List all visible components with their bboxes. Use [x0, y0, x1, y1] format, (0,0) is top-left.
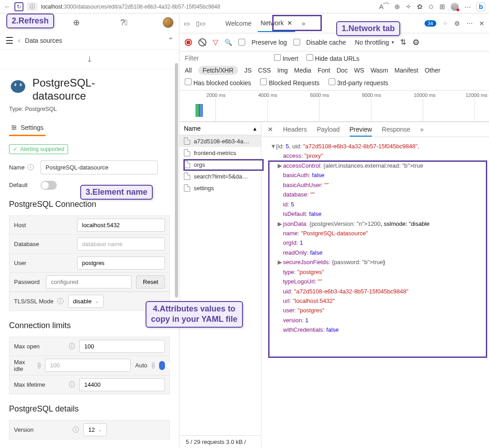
- tab-settings[interactable]: Settings: [9, 120, 46, 136]
- type-filter-media[interactable]: Media: [294, 67, 311, 74]
- version-select[interactable]: 12⌄: [83, 423, 107, 436]
- info-icon[interactable]: i: [69, 343, 75, 349]
- more-icon[interactable]: ⋯: [464, 3, 471, 11]
- info-icon[interactable]: i: [69, 381, 75, 388]
- chevron-up-icon[interactable]: ⌃: [168, 36, 174, 45]
- auto-toggle[interactable]: [159, 361, 165, 370]
- filter-input[interactable]: [185, 55, 266, 62]
- breadcrumb-link[interactable]: Data sources: [25, 37, 62, 44]
- host-input[interactable]: [77, 219, 165, 232]
- tab-response[interactable]: Response: [382, 126, 410, 133]
- database-input[interactable]: [77, 238, 165, 251]
- menu-icon[interactable]: ☰: [5, 35, 14, 46]
- type-filter-other[interactable]: Other: [425, 67, 440, 74]
- reset-button[interactable]: Reset: [136, 275, 165, 288]
- text-size-icon[interactable]: A⁀: [379, 3, 389, 11]
- more-icon[interactable]: ⋯: [466, 20, 473, 27]
- close-devtools-icon[interactable]: ✕: [479, 20, 484, 27]
- settings-icon[interactable]: ⚙: [454, 20, 460, 27]
- read-aloud-icon[interactable]: ✧: [406, 3, 411, 11]
- network-conditions-icon[interactable]: ⇅: [400, 38, 406, 46]
- collections-icon[interactable]: ⊞: [439, 3, 445, 11]
- maxopen-input[interactable]: [79, 340, 165, 353]
- annotation-attrs: 4.Attributes values tocopy in your YAML …: [146, 301, 243, 328]
- network-toolbar: ▽ 🔍 Preserve log Disable cache No thrott…: [179, 33, 489, 51]
- hideurls-checkbox[interactable]: [306, 54, 313, 61]
- type-filter-css[interactable]: CSS: [258, 67, 271, 74]
- info-icon[interactable]: ⓘ: [27, 2, 37, 11]
- type-filter-wasm[interactable]: Wasm: [370, 67, 388, 74]
- blocked-cookies-checkbox[interactable]: [185, 78, 192, 85]
- grafana-pane: ⊕ ?⃝ ☰ ‹ Data sources ⌃ ⤓ PostgreSQL-dat…: [0, 14, 179, 448]
- invert-checkbox[interactable]: [274, 54, 281, 61]
- preserve-log-checkbox[interactable]: [238, 39, 245, 46]
- info-icon[interactable]: i: [152, 362, 155, 369]
- type-filter-doc[interactable]: Doc: [337, 67, 348, 74]
- url-display[interactable]: localhost:3000/datasources/edit/a72d5108…: [41, 4, 220, 10]
- info-icon[interactable]: i: [57, 298, 64, 304]
- type-filter-all[interactable]: All: [185, 67, 192, 74]
- type-filter-fetch/xhr[interactable]: Fetch/XHR: [198, 66, 238, 75]
- request-item[interactable]: settings: [179, 182, 261, 194]
- password-input[interactable]: [46, 275, 132, 288]
- record-button[interactable]: [185, 39, 192, 46]
- profile-avatar[interactable]: [451, 3, 459, 11]
- user-avatar[interactable]: [163, 17, 174, 28]
- chevron-left-icon[interactable]: ‹: [18, 37, 20, 45]
- throttle-select[interactable]: No throttling▾: [355, 39, 394, 46]
- zoom-icon[interactable]: ⊕: [394, 3, 400, 11]
- more-tabs-icon[interactable]: »: [420, 126, 424, 133]
- maxlife-input[interactable]: [79, 378, 165, 391]
- disable-cache-checkbox[interactable]: [293, 39, 300, 46]
- issues-badge[interactable]: 34: [425, 20, 436, 27]
- tab-network[interactable]: Network✕: [258, 15, 295, 32]
- upload-icon[interactable]: ⤓: [87, 55, 92, 64]
- close-detail-icon[interactable]: ✕: [268, 126, 273, 133]
- default-toggle[interactable]: [41, 181, 57, 190]
- type-filter-font[interactable]: Font: [318, 67, 330, 74]
- clear-button[interactable]: [198, 38, 206, 46]
- sort-icon[interactable]: ▴: [253, 125, 256, 132]
- request-item[interactable]: search?limit=5&da…: [179, 170, 261, 182]
- name-column-header[interactable]: Name: [184, 125, 201, 132]
- more-tabs-icon[interactable]: »: [302, 20, 305, 27]
- device-icon[interactable]: ▯▭: [196, 20, 206, 27]
- info-icon[interactable]: i: [38, 362, 41, 369]
- blocked-req-checkbox[interactable]: [260, 78, 267, 85]
- back-icon[interactable]: ←: [4, 3, 11, 11]
- info-icon[interactable]: i: [73, 426, 79, 433]
- name-input[interactable]: [41, 160, 158, 174]
- tab-preview[interactable]: Preview: [350, 126, 372, 137]
- tab-payload[interactable]: Payload: [317, 126, 340, 133]
- json-preview[interactable]: ▼{id: 5, uid: "a72d5108-e6b3-4a32-8b57-1…: [261, 137, 489, 448]
- network-settings-icon[interactable]: ⚙: [412, 37, 420, 47]
- extensions-icon[interactable]: ✿: [417, 3, 423, 11]
- request-item[interactable]: frontend-metrics: [179, 147, 261, 159]
- browser-url-bar: ← ↻ ⓘ localhost:3000/datasources/edit/a7…: [0, 0, 489, 14]
- thirdparty-checkbox[interactable]: [329, 78, 335, 85]
- type-filter-manifest[interactable]: Manifest: [394, 67, 418, 74]
- request-item[interactable]: orgs: [179, 159, 261, 170]
- user-input[interactable]: [77, 256, 165, 270]
- refresh-button[interactable]: ↻: [14, 2, 23, 11]
- search-icon[interactable]: 🔍: [224, 39, 232, 46]
- extensions-icon[interactable]: ⁘: [443, 20, 448, 27]
- plus-icon[interactable]: ⊕: [73, 18, 80, 27]
- type-filter-js[interactable]: JS: [244, 67, 251, 74]
- tab-welcome[interactable]: Welcome: [225, 20, 251, 27]
- tab-headers[interactable]: Headers: [283, 126, 307, 133]
- close-icon[interactable]: ✕: [287, 19, 292, 27]
- network-timeline[interactable]: 2000 ms4000 ms6000 ms8000 ms10000 ms1200…: [179, 90, 489, 122]
- type-filter-ws[interactable]: WS: [354, 67, 365, 74]
- help-icon[interactable]: ?⃝: [120, 18, 128, 27]
- info-icon[interactable]: i: [27, 164, 34, 170]
- filter-toggle-icon[interactable]: ▽: [213, 38, 218, 46]
- request-item[interactable]: a72d5108-e6b3-4a…: [179, 135, 261, 147]
- bing-icon[interactable]: b: [476, 2, 485, 11]
- type-filter-img[interactable]: Img: [277, 67, 288, 74]
- database-label: Database: [14, 241, 77, 247]
- inspect-icon[interactable]: ▭: [184, 20, 190, 27]
- favorites-icon[interactable]: ✩: [428, 3, 434, 11]
- tls-select[interactable]: disable⌄: [68, 295, 104, 308]
- scrollbar-thumb[interactable]: [175, 63, 178, 297]
